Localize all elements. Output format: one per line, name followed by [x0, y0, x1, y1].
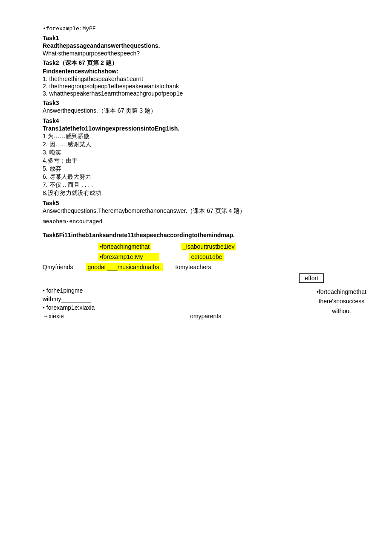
- bottom-right-panel: •forteachingmethat there'snosuccess with…: [317, 287, 366, 316]
- bottom-middle-text: omyparents: [190, 313, 221, 320]
- mmap-qmyfriends: Qmyfriends: [43, 264, 73, 270]
- list-item: 8.没有努力就没有成功: [43, 189, 358, 197]
- mmap-top-left1: •forteachingmethat: [98, 243, 151, 250]
- task1-subtitle: Readthepassageandanswerthequestions.: [43, 42, 358, 49]
- monospace-encouraged: meaohem·encouraged: [43, 218, 358, 225]
- list-item: 1 为……感到骄傲: [43, 133, 358, 140]
- header-example: •forexample:MyPE: [43, 26, 358, 32]
- mmap-second-right1: edIcou1dbe: [189, 253, 224, 261]
- list-item: 3. whatthespeakerhas1earntfromeachgroupo…: [43, 90, 358, 97]
- task4-subtitle: Trans1atethefo11owingexpressionsintoEng1…: [43, 125, 358, 132]
- mmap-second-left1: •forexamp1e:My ____: [98, 253, 159, 261]
- task4-section: Task4 Trans1atethefo11owingexpressionsin…: [43, 117, 358, 197]
- mmap-teachers: tomyteachers: [176, 264, 211, 270]
- mmap-second-row: •forexamp1e:My ____ edIcou1dbe: [98, 253, 366, 261]
- bottom-right-line2: there'snosuccess: [317, 296, 366, 306]
- bottom-left-line3: • forexamp1e:xiaxia: [43, 304, 95, 311]
- mmap-top-row: •forteachingmethat _isabouttrustbe1iev: [98, 243, 366, 250]
- task2-title: Task2（课本 67 页第 2 题）: [43, 59, 358, 67]
- list-item: 4.多亏；由于: [43, 157, 358, 165]
- task2-list: 1. thethreethingsthespeakerhas1earnt 2. …: [43, 76, 358, 97]
- bottom-left-line4: →xiexie: [43, 313, 95, 320]
- effort-box: effort: [299, 273, 324, 283]
- mmap-third-row: Qmyfriends goodat ___musicandmaths. tomy…: [43, 263, 366, 271]
- task6-title: Task6Fi11intheb1anksandrete11thespeechac…: [43, 232, 358, 238]
- mmap-top-right1: _isabouttrustbe1iev: [181, 243, 236, 250]
- task5-section: Task5 Answerthequestions.Theremaybemoret…: [43, 200, 358, 215]
- task4-list: 1 为……感到骄傲 2. 因……感谢某人 3. 嘲笑 4.多亏；由于 5. 放弃…: [43, 133, 358, 197]
- bottom-left-line2: withmy_________: [43, 296, 95, 302]
- mind-map-container: •forteachingmethat _isabouttrustbe1iev •…: [43, 243, 366, 422]
- list-item: 5. 放弃: [43, 165, 358, 173]
- list-item: 7. 不仅 .. 而且 . . . .: [43, 181, 358, 189]
- bottom-right-line3: without: [317, 306, 366, 316]
- effort-row: effort: [43, 273, 366, 283]
- task3-section: Task3 Answerthequestions.（课本 67 页第 3 题）: [43, 99, 358, 115]
- bottom-left-panel: • forhe1pingme withmy_________ • forexam…: [43, 287, 95, 320]
- list-item: 2. 因……感谢某人: [43, 141, 358, 148]
- bottom-right-line1: •forteachingmethat: [317, 287, 366, 296]
- task2-section: Task2（课本 67 页第 2 题） Findsentenceswhichsh…: [43, 59, 358, 97]
- list-item: 6. 尽某人最大努力: [43, 173, 358, 181]
- list-item: 2. thethreegroupsofpeop1ethespeakerwants…: [43, 83, 358, 90]
- task1-body: What·sthemainpurposeofthespeech?: [43, 50, 358, 57]
- bottom-left-line1: • forhe1pingme: [43, 287, 95, 294]
- bottom-section: • forhe1pingme withmy_________ • forexam…: [43, 287, 366, 320]
- task3-body: Answerthequestions.（课本 67 页第 3 题）: [43, 107, 358, 115]
- task6-section: Task6Fi11intheb1anksandrete11thespeechac…: [43, 232, 358, 422]
- mmap-goodat: goodat ___musicandmaths.: [86, 263, 163, 271]
- task5-body: Answerthequestions.Theremaybemorethanone…: [43, 207, 358, 215]
- task3-title: Task3: [43, 99, 358, 106]
- list-item: 1. thethreethingsthespeakerhas1earnt: [43, 76, 358, 82]
- task1-title: Task1: [43, 35, 358, 41]
- list-item: 3. 嘲笑: [43, 149, 358, 157]
- task4-title: Task4: [43, 117, 358, 124]
- bottom-middle-panel: omyparents: [190, 313, 221, 320]
- task1-section: Task1 Readthepassageandanswerthequestion…: [43, 35, 358, 57]
- task2-subtitle: Findsentenceswhichshow:: [43, 68, 358, 75]
- task5-title: Task5: [43, 200, 358, 206]
